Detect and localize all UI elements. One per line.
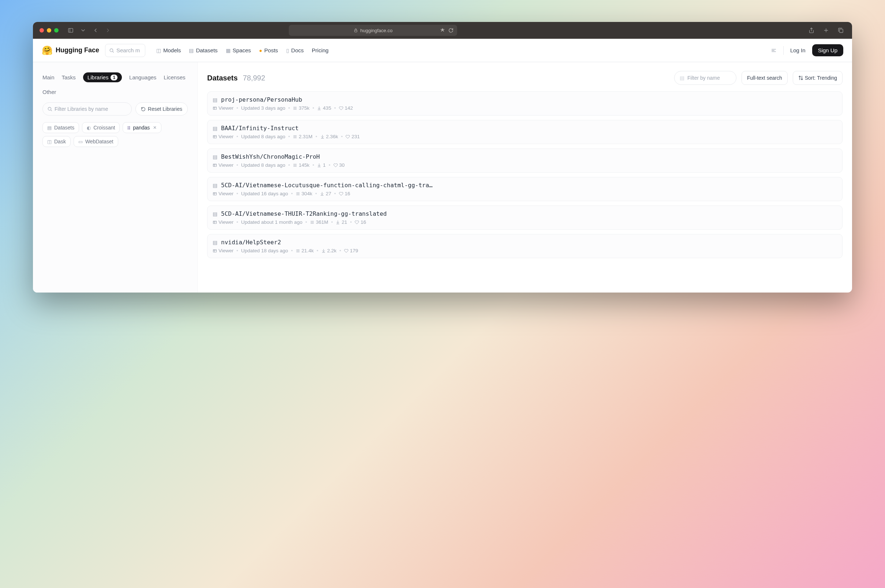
login-link[interactable]: Log In	[790, 47, 805, 53]
nav-models[interactable]: ◫Models	[156, 47, 181, 53]
nav-spaces[interactable]: ▦Spaces	[226, 47, 251, 53]
window-close-button[interactable]	[39, 28, 44, 33]
remove-tag-icon[interactable]: ✕	[153, 125, 157, 130]
sort-button[interactable]: Sort: Trending	[793, 71, 843, 85]
sort-icon	[798, 75, 804, 81]
divider	[783, 46, 784, 55]
site-logo[interactable]: 🤗 Hugging Face	[42, 45, 99, 56]
rows-count: 304k	[296, 191, 312, 196]
tag-dask[interactable]: ◫Dask	[42, 136, 71, 147]
address-bar[interactable]: huggingface.co	[289, 25, 457, 36]
webdataset-icon: ▭	[78, 139, 83, 144]
grid-icon: ▦	[226, 48, 230, 53]
filter-icon: ▤	[680, 75, 685, 81]
translate-icon[interactable]	[439, 27, 446, 33]
updated-text: Updated 3 days ago	[241, 105, 286, 111]
dataset-card[interactable]: ▤ BAAI/Infinity-Instruct Viewer • Update…	[207, 120, 843, 144]
viewer-badge[interactable]: Viewer	[213, 191, 233, 196]
results-count: 78,992	[243, 74, 265, 82]
chevron-down-icon[interactable]	[78, 26, 88, 35]
dataset-icon: ▤	[213, 183, 217, 188]
filter-by-name-input[interactable]: ▤ Filter by name	[674, 71, 736, 85]
database-icon: ▤	[189, 48, 194, 53]
nav-datasets[interactable]: ▤Datasets	[189, 47, 217, 53]
datasets-icon: ▤	[47, 125, 52, 130]
search-icon	[47, 106, 52, 111]
viewer-badge[interactable]: Viewer	[213, 162, 233, 168]
dataset-icon: ▤	[213, 154, 217, 160]
tag-webdataset[interactable]: ▭WebDataset	[74, 136, 118, 147]
tab-licenses[interactable]: Licenses	[164, 74, 185, 81]
tab-libraries[interactable]: Libraries 1	[83, 72, 122, 82]
browser-chrome: huggingface.co	[33, 22, 852, 39]
svg-rect-2	[355, 30, 357, 32]
viewer-badge[interactable]: Viewer	[213, 105, 233, 111]
reset-libraries-button[interactable]: Reset Libraries	[135, 102, 188, 116]
dataset-card[interactable]: ▤ 5CD-AI/Vietnamese-THUIR-T2Ranking-gg-t…	[207, 206, 843, 230]
tab-main[interactable]: Main	[42, 74, 54, 81]
filter-sidebar: Main Tasks Libraries 1 Languages License…	[33, 62, 198, 292]
tab-tasks[interactable]: Tasks	[62, 74, 76, 81]
signup-button[interactable]: Sign Up	[812, 44, 843, 56]
rows-count: 375k	[293, 105, 309, 111]
dataset-name: 5CD-AI/Vietnamese-Locutusque-function-ca…	[221, 182, 433, 189]
filter-libraries-input[interactable]: Filter Libraries by name	[42, 102, 132, 116]
site-header: 🤗 Hugging Face Search m ◫Models ▤Dataset…	[33, 39, 852, 62]
viewer-badge[interactable]: Viewer	[213, 134, 233, 140]
back-button[interactable]	[91, 26, 100, 35]
nav-docs[interactable]: ▯Docs	[286, 47, 304, 53]
svg-rect-44	[214, 249, 217, 252]
viewer-badge[interactable]: Viewer	[213, 219, 233, 225]
tab-other[interactable]: Other	[42, 89, 56, 95]
svg-rect-0	[68, 28, 73, 33]
downloads-count: 1	[317, 162, 326, 168]
dataset-card[interactable]: ▤ proj-persona/PersonaHub Viewer • Updat…	[207, 92, 843, 116]
dataset-name: BestWishYsh/ChronoMagic-ProH	[221, 153, 320, 160]
more-menu-icon[interactable]	[771, 48, 777, 53]
updated-text: Updated 18 days ago	[241, 248, 288, 254]
dataset-icon: ▤	[213, 125, 217, 131]
window-minimize-button[interactable]	[47, 28, 51, 33]
dataset-card[interactable]: ▤ nvidia/HelpSteer2 Viewer • Updated 18 …	[207, 234, 843, 258]
window-zoom-button[interactable]	[54, 28, 59, 33]
fulltext-search-button[interactable]: Full-text search	[742, 71, 788, 85]
rows-count: 21.4k	[296, 248, 314, 254]
rows-count: 145k	[293, 162, 309, 168]
updated-text: Updated 16 days ago	[241, 191, 288, 196]
nav-posts[interactable]: ●Posts	[259, 47, 278, 53]
tab-languages[interactable]: Languages	[129, 74, 156, 81]
logo-emoji-icon: 🤗	[42, 45, 53, 56]
new-tab-icon[interactable]	[821, 26, 831, 35]
search-input[interactable]: Search m	[105, 44, 145, 57]
reload-icon[interactable]	[449, 28, 453, 33]
viewer-badge[interactable]: Viewer	[213, 248, 233, 254]
likes-count: 16	[355, 219, 366, 225]
results-panel: Datasets 78,992 ▤ Filter by name Full-te…	[198, 62, 852, 292]
svg-point-7	[110, 49, 113, 51]
svg-point-12	[48, 107, 51, 110]
share-icon[interactable]	[807, 26, 816, 35]
svg-rect-14	[214, 107, 217, 110]
svg-rect-20	[214, 135, 217, 138]
likes-count: 142	[339, 105, 353, 111]
tabs-icon[interactable]	[836, 26, 846, 35]
libraries-count-badge: 1	[111, 75, 117, 81]
pandas-icon: ⁞⁞	[127, 125, 130, 130]
downloads-count: 21	[336, 219, 347, 225]
sidebar-toggle-icon[interactable]	[66, 26, 75, 35]
tag-datasets[interactable]: ▤Datasets	[42, 122, 79, 133]
dataset-name: proj-persona/PersonaHub	[221, 96, 303, 103]
downloads-count: 2.36k	[320, 134, 338, 140]
dataset-card[interactable]: ▤ 5CD-AI/Vietnamese-Locutusque-function-…	[207, 177, 843, 201]
dataset-card[interactable]: ▤ BestWishYsh/ChronoMagic-ProH Viewer • …	[207, 148, 843, 172]
tag-pandas[interactable]: ⁞⁞ pandas ✕	[123, 122, 161, 133]
dataset-name: 5CD-AI/Vietnamese-THUIR-T2Ranking-gg-tra…	[221, 210, 387, 217]
forward-button[interactable]	[103, 26, 113, 35]
nav-pricing[interactable]: Pricing	[312, 47, 329, 53]
svg-rect-32	[214, 192, 217, 195]
doc-icon: ▯	[286, 48, 289, 53]
dask-icon: ◫	[47, 139, 52, 144]
updated-text: Updated about 1 month ago	[241, 219, 303, 225]
tag-croissant[interactable]: ◐Croissant	[82, 122, 120, 133]
dataset-name: BAAI/Infinity-Instruct	[221, 125, 299, 132]
